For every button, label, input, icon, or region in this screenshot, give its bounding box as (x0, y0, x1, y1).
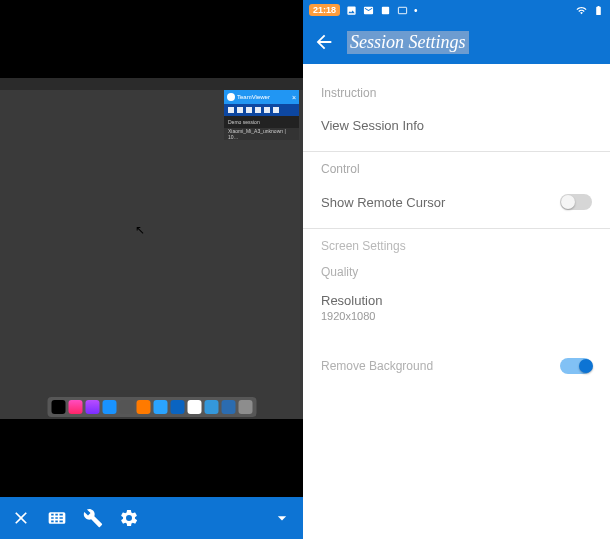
svg-rect-0 (382, 6, 389, 13)
window-icon (397, 5, 408, 16)
app-icon (380, 5, 391, 16)
keyboard-icon (47, 508, 67, 528)
settings-panel: 21:18 • Session Settings Instruction Vie… (303, 0, 610, 539)
svg-rect-1 (398, 7, 406, 13)
tools-button[interactable] (82, 507, 104, 529)
close-button[interactable] (10, 507, 32, 529)
divider (303, 151, 610, 152)
teamviewer-titlebar[interactable]: TeamViewer × (224, 90, 299, 104)
dock-app-vlc[interactable] (136, 400, 150, 414)
wrench-icon (83, 508, 103, 528)
settings-header: Session Settings (303, 20, 610, 64)
resolution-value: 1920x1080 (321, 310, 592, 322)
show-remote-cursor-toggle[interactable] (560, 194, 592, 210)
resolution-label: Resolution (321, 293, 592, 308)
battery-icon (593, 5, 604, 16)
view-session-info-label: View Session Info (321, 118, 424, 133)
remote-desktop-panel: TeamViewer × Demo session Xiaomi_Mi_A3_u… (0, 0, 303, 539)
show-remote-cursor-row[interactable]: Show Remote Cursor (321, 186, 592, 218)
section-control: Control (321, 162, 592, 176)
teamviewer-toolbar[interactable] (224, 104, 299, 116)
wifi-icon (576, 5, 587, 16)
remove-background-label: Remove Background (321, 359, 433, 373)
letterbox-top (0, 0, 303, 78)
section-screen-settings: Screen Settings (321, 239, 592, 253)
dock-app-dropbox[interactable] (221, 400, 235, 414)
remove-background-toggle[interactable] (560, 358, 592, 374)
show-remote-cursor-label: Show Remote Cursor (321, 195, 445, 210)
image-icon (346, 5, 357, 16)
expand-button[interactable] (271, 507, 293, 529)
chevron-down-icon (272, 508, 292, 528)
dock-app-podcasts[interactable] (85, 400, 99, 414)
dock-app-settings[interactable] (119, 400, 133, 414)
resolution-row[interactable]: Resolution 1920x1080 (321, 293, 592, 322)
dock-app-mail[interactable] (204, 400, 218, 414)
page-title: Session Settings (347, 31, 469, 54)
dock-app-document[interactable] (187, 400, 201, 414)
settings-button[interactable] (118, 507, 140, 529)
teamviewer-logo-icon (227, 93, 235, 101)
teamviewer-title: TeamViewer (237, 94, 290, 100)
dock-app-app-store[interactable] (102, 400, 116, 414)
mac-dock[interactable] (47, 397, 256, 417)
teamviewer-tab[interactable]: Xiaomi_Mi_A3_unknown | 10… (224, 128, 299, 140)
close-icon[interactable]: × (292, 94, 296, 101)
letterbox-bottom (0, 419, 303, 497)
dock-app-teamviewer[interactable] (170, 400, 184, 414)
teamviewer-session-label: Demo session (224, 116, 299, 128)
dock-app-trash[interactable] (238, 400, 252, 414)
dock-app-apple-tv[interactable] (51, 400, 65, 414)
keyboard-button[interactable] (46, 507, 68, 529)
view-session-info-row[interactable]: View Session Info (321, 110, 592, 141)
status-bar: 21:18 • (303, 0, 610, 20)
more-icon: • (414, 5, 418, 16)
settings-content: Instruction View Session Info Control Sh… (303, 64, 610, 396)
mail-icon (363, 5, 374, 16)
quality-label[interactable]: Quality (321, 265, 592, 279)
remote-desktop-view[interactable]: TeamViewer × Demo session Xiaomi_Mi_A3_u… (0, 78, 303, 419)
mac-menubar (0, 78, 303, 90)
dock-app-music[interactable] (68, 400, 82, 414)
back-button[interactable] (313, 31, 335, 53)
divider (303, 228, 610, 229)
teamviewer-window[interactable]: TeamViewer × Demo session Xiaomi_Mi_A3_u… (224, 90, 299, 140)
dock-app-finder[interactable] (153, 400, 167, 414)
session-toolbar (0, 497, 303, 539)
close-icon (11, 508, 31, 528)
cursor-icon: ↖ (135, 223, 145, 237)
remove-background-row[interactable]: Remove Background (321, 350, 592, 382)
gear-icon (119, 508, 139, 528)
status-time: 21:18 (309, 4, 340, 16)
section-instruction: Instruction (321, 86, 592, 100)
